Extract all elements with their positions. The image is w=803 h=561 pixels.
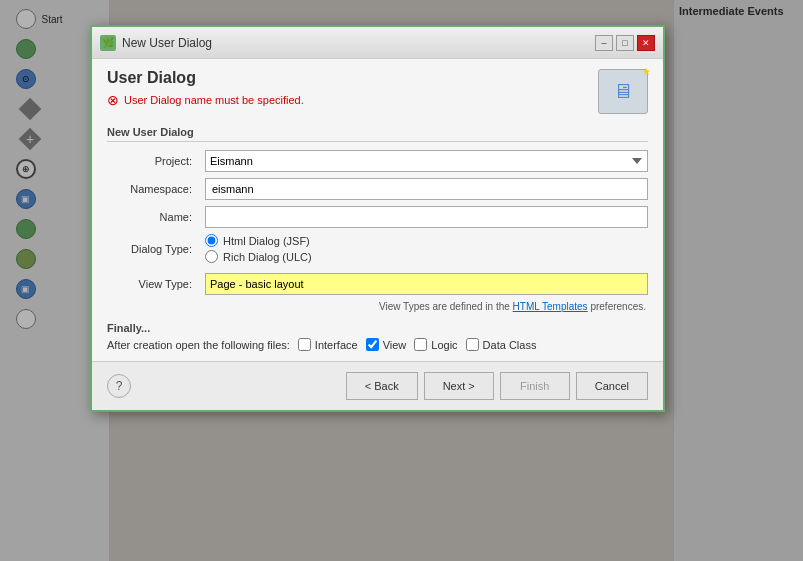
- name-input[interactable]: [205, 206, 648, 228]
- dialog-title-left: 🌿 New User Dialog: [100, 35, 212, 51]
- project-label: Project:: [107, 155, 197, 167]
- finally-desc: After creation open the following files:…: [107, 338, 648, 351]
- view-type-select[interactable]: Page - basic layout: [205, 273, 648, 295]
- project-select[interactable]: Eismann: [205, 150, 648, 172]
- checkbox-interface: Interface: [298, 338, 358, 351]
- dialog-header-title: User Dialog: [107, 69, 304, 87]
- checkbox-logic-input[interactable]: [414, 338, 427, 351]
- dialog-type-group: Html Dialog (JSF) Rich Dialog (ULC): [205, 234, 648, 263]
- radio-html-label: Html Dialog (JSF): [223, 235, 310, 247]
- viewtype-hint-suffix: preferences.: [588, 301, 646, 312]
- footer-buttons: < Back Next > Finish Cancel: [346, 372, 648, 400]
- checkbox-dataclass-input[interactable]: [466, 338, 479, 351]
- checkbox-interface-input[interactable]: [298, 338, 311, 351]
- dialog-title-text: New User Dialog: [122, 36, 212, 50]
- checkbox-interface-label: Interface: [315, 339, 358, 351]
- checkbox-logic: Logic: [414, 338, 457, 351]
- finally-section: Finally... After creation open the follo…: [107, 322, 648, 351]
- radio-html: Html Dialog (JSF): [205, 234, 648, 247]
- dialog-icon: 🌿: [100, 35, 116, 51]
- checkbox-dataclass-label: Data Class: [483, 339, 537, 351]
- dialog-footer: ? < Back Next > Finish Cancel: [92, 361, 663, 410]
- html-templates-link[interactable]: HTML Templates: [513, 301, 588, 312]
- dialog-type-label: Dialog Type:: [107, 243, 197, 255]
- checkbox-view-label: View: [383, 339, 407, 351]
- dialog-body: User Dialog ⊗ User Dialog name must be s…: [92, 59, 663, 361]
- namespace-label: Namespace:: [107, 183, 197, 195]
- checkbox-view: View: [366, 338, 407, 351]
- radio-rich-input[interactable]: [205, 250, 218, 263]
- section-title: New User Dialog: [107, 126, 648, 142]
- viewtype-hint: View Types are defined in the HTML Templ…: [107, 301, 648, 312]
- checkbox-dataclass: Data Class: [466, 338, 537, 351]
- dialog-header-section: User Dialog ⊗ User Dialog name must be s…: [107, 69, 648, 114]
- app-background: Start ⊙ + ⊕ ▣ ▣: [0, 0, 803, 561]
- name-label: Name:: [107, 211, 197, 223]
- form-grid: Project: Eismann Namespace: Name: Dialog…: [107, 150, 648, 263]
- viewtype-row: View Type: Page - basic layout: [107, 273, 648, 295]
- view-type-label: View Type:: [107, 278, 197, 290]
- dialog-titlebar: 🌿 New User Dialog – □ ✕: [92, 27, 663, 59]
- help-button[interactable]: ?: [107, 374, 131, 398]
- checkbox-view-input[interactable]: [366, 338, 379, 351]
- back-button[interactable]: < Back: [346, 372, 418, 400]
- namespace-input[interactable]: [205, 178, 648, 200]
- footer-left: ?: [107, 374, 131, 398]
- close-button[interactable]: ✕: [637, 35, 655, 51]
- error-icon: ⊗: [107, 92, 119, 108]
- dialog-window: 🌿 New User Dialog – □ ✕ User Dialog ⊗ Us…: [90, 25, 665, 412]
- dialog-large-icon: 🖥: [598, 69, 648, 114]
- minimize-button[interactable]: –: [595, 35, 613, 51]
- finally-title: Finally...: [107, 322, 648, 334]
- dialog-header-info: User Dialog ⊗ User Dialog name must be s…: [107, 69, 304, 108]
- next-button[interactable]: Next >: [424, 372, 494, 400]
- dialog-controls: – □ ✕: [595, 35, 655, 51]
- viewtype-select-wrapper: Page - basic layout: [205, 273, 648, 295]
- checkbox-logic-label: Logic: [431, 339, 457, 351]
- radio-html-input[interactable]: [205, 234, 218, 247]
- maximize-button[interactable]: □: [616, 35, 634, 51]
- finally-desc-text: After creation open the following files:: [107, 339, 290, 351]
- cancel-button[interactable]: Cancel: [576, 372, 648, 400]
- radio-rich-label: Rich Dialog (ULC): [223, 251, 312, 263]
- finish-button[interactable]: Finish: [500, 372, 570, 400]
- radio-rich: Rich Dialog (ULC): [205, 250, 648, 263]
- error-message: ⊗ User Dialog name must be specified.: [107, 92, 304, 108]
- error-text: User Dialog name must be specified.: [124, 94, 304, 106]
- viewtype-hint-prefix: View Types are defined in the: [379, 301, 513, 312]
